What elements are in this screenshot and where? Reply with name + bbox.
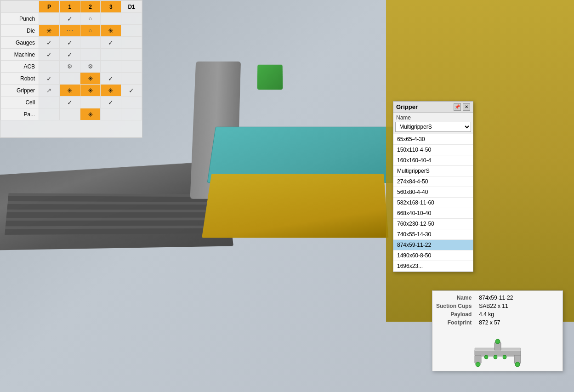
cell-pa-3 [101, 108, 121, 120]
cell-punch-2 [80, 13, 101, 25]
cell-pa-d1 [121, 108, 142, 120]
cell-gripper-p [39, 85, 60, 97]
matrix-panel: P 1 2 3 D1 Punch Die [0, 0, 142, 138]
row-acb: ACB [1, 61, 142, 73]
col-header-1: 1 [59, 1, 80, 13]
conveyor-channels [5, 193, 213, 235]
tooltip-table: Name 874x59-11-22 Suction Cups SAB22 x 1… [432, 294, 563, 327]
gripper-list-item[interactable]: 668x40-10-40 [393, 208, 473, 219]
gripper-list[interactable]: 65x65-4-30150x110-4-50160x160-40-4Multig… [393, 134, 473, 272]
cell-cell-3 [101, 97, 121, 108]
tooltip-value-payload: 4.4 kg [475, 310, 563, 318]
close-button[interactable]: ✕ [463, 103, 470, 111]
cell-die-d1 [121, 25, 142, 37]
cell-gauges-2 [80, 37, 101, 49]
gripper-list-item[interactable]: 150x110-4-50 [393, 145, 473, 155]
gripper-panel-title: Gripper [396, 103, 418, 110]
cell-pa-1 [59, 108, 80, 120]
cell-cell-1 [59, 97, 80, 108]
tooltip-row-name: Name 874x59-11-22 [432, 294, 563, 302]
cell-machine-1 [59, 49, 80, 61]
gripper-list-item[interactable]: 760x230-12-50 [393, 219, 473, 229]
row-pa: Pa... [1, 108, 142, 120]
tooltip-label-suction: Suction Cups [432, 302, 475, 310]
row-label-gripper: Gripper [1, 85, 39, 97]
gripper-list-item[interactable]: 1490x60-8-50 [393, 250, 473, 261]
row-gripper: Gripper [1, 85, 142, 97]
tooltip-row-footprint: Footprint 872 x 57 [432, 318, 563, 327]
gripper-select[interactable]: MultigripperS [395, 122, 471, 132]
gripper-list-item[interactable]: MultigripperS [393, 166, 473, 176]
cell-punch-d1 [121, 13, 142, 25]
gripper-list-item[interactable]: 65x65-4-30 [393, 134, 473, 145]
row-label-machine: Machine [1, 49, 39, 61]
col-header-d1: D1 [121, 1, 142, 13]
svg-point-7 [495, 339, 500, 344]
gripper-titlebar: Gripper 📌 ✕ [393, 102, 473, 113]
gripper-list-item[interactable]: 1696x23... [393, 261, 473, 272]
cell-gripper-d1 [121, 85, 142, 97]
row-label-robot: Robot [1, 73, 39, 85]
row-punch: Punch [1, 13, 142, 25]
tooltip-value-footprint: 872 x 57 [475, 318, 563, 327]
cell-acb-3 [101, 61, 121, 73]
cell-cell-p [39, 97, 60, 108]
cell-pa-p [39, 108, 60, 120]
gripper-list-item[interactable]: 740x55-14-30 [393, 229, 473, 240]
row-label-acb: ACB [1, 61, 39, 73]
cell-robot-d1 [121, 73, 142, 85]
row-robot: Robot [1, 73, 142, 85]
svg-point-10 [503, 355, 506, 359]
cell-acb-p [39, 61, 60, 73]
cell-pa-2 [80, 108, 101, 120]
cell-robot-p [39, 73, 60, 85]
cell-punch-p [39, 13, 60, 25]
cell-gauges-3 [101, 37, 121, 49]
gripper-list-item[interactable]: 160x160-40-4 [393, 155, 473, 166]
row-label-punch: Punch [1, 13, 39, 25]
row-label-cell: Cell [1, 97, 39, 108]
cell-gripper-1 [59, 85, 80, 97]
cell-robot-2 [80, 73, 101, 85]
col-header-p: P [39, 1, 60, 13]
cell-machine-3 [101, 49, 121, 61]
tooltip-row-payload: Payload 4.4 kg [432, 310, 563, 318]
gripper-list-item[interactable]: 274x84-4-50 [393, 176, 473, 187]
gripper-icon-svg [461, 327, 534, 368]
gripper-panel: Gripper 📌 ✕ Name MultigripperS 65x65-4-3… [393, 101, 473, 272]
gripper-list-item[interactable]: 560x80-4-40 [393, 187, 473, 198]
tooltip-label-payload: Payload [432, 310, 475, 318]
cell-robot-3 [101, 73, 121, 85]
cell-acb-d1 [121, 61, 142, 73]
cell-die-2 [80, 25, 101, 37]
cell-acb-1 [59, 61, 80, 73]
gripper-list-item[interactable]: 874x59-11-22 [393, 240, 473, 250]
pallet-yellow-front [202, 174, 388, 238]
cell-punch-3 [101, 13, 121, 25]
gripper-name-label: Name [393, 113, 473, 122]
cell-machine-d1 [121, 49, 142, 61]
cell-cell-d1 [121, 97, 142, 108]
col-header-2: 2 [80, 1, 101, 13]
tooltip-value-suction: SAB22 x 11 [475, 302, 563, 310]
matrix-table: P 1 2 3 D1 Punch Die [0, 0, 142, 120]
tooltip-label-name: Name [432, 294, 475, 302]
svg-rect-11 [475, 350, 521, 351]
cell-die-p [39, 25, 60, 37]
cell-cell-2 [80, 97, 101, 108]
tooltip-row-suction: Suction Cups SAB22 x 11 [432, 302, 563, 310]
tooltip-label-footprint: Footprint [432, 318, 475, 327]
cell-machine-2 [80, 49, 101, 61]
gripper-list-item[interactable]: 582x168-11-60 [393, 198, 473, 208]
machine-head-green [257, 65, 283, 90]
tooltip-value-name: 874x59-11-22 [475, 294, 563, 302]
cell-gauges-p [39, 37, 60, 49]
row-label-pa: Pa... [1, 108, 39, 120]
svg-point-9 [494, 355, 497, 359]
row-cell: Cell [1, 97, 142, 108]
pin-button[interactable]: 📌 [454, 103, 461, 111]
col-header-3: 3 [101, 1, 121, 13]
cell-robot-1 [59, 73, 80, 85]
cell-gauges-1 [59, 37, 80, 49]
tooltip-panel: Name 874x59-11-22 Suction Cups SAB22 x 1… [432, 290, 563, 371]
